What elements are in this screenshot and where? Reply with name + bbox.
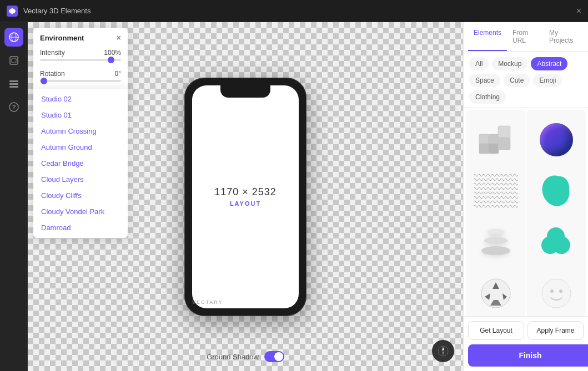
svg-rect-4	[10, 57, 18, 64]
rotation-value: 0°	[115, 70, 121, 78]
apply-frame-button[interactable]: Apply Frame	[527, 321, 584, 340]
tab-elements[interactable]: Elements	[468, 22, 507, 51]
dropdown-item-autumn-ground[interactable]: Autumn Ground	[33, 139, 128, 155]
svg-point-33	[550, 289, 554, 293]
svg-point-34	[559, 289, 562, 293]
phone-mockup: 1170 × 2532 LAYOUT VECTARY	[184, 78, 306, 316]
svg-rect-16	[479, 144, 489, 154]
svg-rect-6	[9, 80, 18, 82]
finish-button[interactable]: Finish	[468, 344, 588, 367]
dropdown-item-cloud-layers[interactable]: Cloud Layers	[33, 171, 128, 187]
svg-rect-5	[12, 58, 16, 63]
main-layout: ? Environment × Intensity 100% Rota	[0, 22, 588, 371]
svg-rect-17	[489, 144, 499, 154]
help-toolbar-icon[interactable]: ?	[4, 98, 23, 116]
bottom-section: Get Layout Apply Frame Finish	[464, 316, 588, 371]
svg-rect-18	[498, 126, 510, 138]
environment-panel: Environment × Intensity 100% Rotation 0°	[33, 28, 128, 108]
title-bar: Vectary 3D Elements ×	[0, 0, 588, 22]
svg-marker-13	[442, 351, 444, 355]
left-toolbar: ?	[0, 22, 28, 371]
environment-close-icon[interactable]: ×	[117, 33, 121, 42]
stack-top	[488, 229, 504, 235]
rotation-label: Rotation	[40, 70, 65, 78]
environment-panel-header: Environment ×	[33, 28, 128, 47]
dropdown-item-autumn-crossing[interactable]: Autumn Crossing	[33, 123, 128, 139]
elements-grid	[464, 108, 588, 316]
stack-mid	[484, 237, 507, 244]
svg-rect-7	[9, 83, 18, 85]
intensity-thumb[interactable]	[108, 57, 114, 63]
filter-cute[interactable]: Cute	[504, 74, 530, 87]
svg-point-26	[548, 234, 564, 250]
ground-shadow-control: Ground Shadow	[207, 351, 284, 362]
get-layout-button[interactable]: Get Layout	[468, 321, 524, 340]
dropdown-item-cloudy-vondel[interactable]: Cloudy Vondel Park	[33, 204, 128, 220]
element-card-teal-clover[interactable]	[526, 212, 586, 272]
environment-dropdown-menu: Studio 02 Studio 01 Autumn Crossing Autu…	[33, 89, 128, 238]
phone-dimensions: 1170 × 2532	[214, 186, 277, 198]
ball-shape	[540, 123, 573, 156]
rotation-slider[interactable]	[40, 80, 121, 82]
rotation-row: Rotation 0°	[33, 68, 128, 89]
bottom-actions: Get Layout Apply Frame	[464, 316, 588, 344]
phone-container: 1170 × 2532 LAYOUT VECTARY	[184, 78, 306, 316]
element-card-teal-blob[interactable]	[526, 161, 586, 221]
intensity-slider[interactable]	[40, 59, 121, 61]
filter-mockup[interactable]: Mockup	[492, 57, 527, 70]
filter-clothing[interactable]: Clothing	[469, 90, 506, 104]
sphere-toolbar-icon[interactable]	[4, 28, 23, 47]
app-logo	[7, 6, 18, 17]
dropdown-item-damroad[interactable]: Damroad	[33, 220, 128, 236]
phone-brand: VECTARY	[192, 299, 223, 305]
ground-shadow-label: Ground Shadow	[207, 353, 259, 361]
phone-layout-label: LAYOUT	[230, 200, 261, 207]
intensity-value: 100%	[104, 49, 121, 57]
phone-notch	[220, 85, 270, 98]
dropdown-item-cedar-bridge[interactable]: Cedar Bridge	[33, 155, 128, 171]
stack-bot	[481, 246, 510, 255]
filter-tags: All Mockup Abstract Space Cute Emoji Clo…	[464, 52, 588, 108]
cube-toolbar-icon[interactable]	[4, 51, 23, 70]
element-card-white-face[interactable]	[526, 264, 586, 317]
panel-tabs: Elements From URL My Projects	[464, 22, 588, 52]
tab-from-url[interactable]: From URL	[507, 22, 544, 51]
filter-emoji[interactable]: Emoji	[533, 74, 562, 87]
svg-rect-20	[474, 173, 518, 209]
dropdown-item-cloudy-cliffs[interactable]: Cloudy Cliffs	[33, 187, 128, 204]
close-icon[interactable]: ×	[576, 6, 581, 16]
tab-my-projects[interactable]: My Projects	[544, 22, 584, 51]
svg-text:?: ?	[12, 104, 16, 110]
svg-rect-19	[498, 138, 510, 150]
svg-marker-0	[9, 8, 15, 14]
element-card-texture[interactable]	[466, 161, 525, 221]
svg-rect-8	[9, 86, 18, 88]
toggle-knob	[274, 352, 283, 361]
element-card-ball[interactable]	[526, 110, 586, 169]
canvas-area: Environment × Intensity 100% Rotation 0°	[28, 22, 463, 371]
filter-space[interactable]: Space	[469, 74, 500, 87]
compass-button[interactable]	[432, 340, 454, 362]
svg-marker-12	[442, 347, 444, 351]
right-panel: Elements From URL My Projects All Mockup…	[463, 22, 588, 371]
svg-point-32	[542, 279, 571, 308]
intensity-label: Intensity	[40, 49, 65, 57]
app-title: Vectary 3D Elements	[23, 7, 571, 15]
element-card-cubes[interactable]	[466, 110, 525, 169]
dropdown-item-studio02[interactable]: Studio 02	[33, 91, 128, 107]
phone-screen: 1170 × 2532 LAYOUT	[192, 85, 299, 308]
svg-rect-14	[479, 134, 489, 144]
ground-shadow-toggle[interactable]	[264, 351, 284, 362]
layers-toolbar-icon[interactable]	[4, 74, 23, 93]
filter-abstract[interactable]: Abstract	[531, 57, 567, 70]
environment-title: Environment	[40, 34, 84, 42]
rotation-thumb[interactable]	[41, 78, 47, 84]
svg-rect-15	[489, 134, 499, 144]
element-card-white-stack[interactable]	[466, 212, 525, 272]
filter-all[interactable]: All	[469, 57, 489, 70]
intensity-row: Intensity 100%	[33, 47, 128, 68]
dropdown-item-studio01[interactable]: Studio 01	[33, 107, 128, 123]
element-card-soccer[interactable]	[466, 264, 525, 317]
